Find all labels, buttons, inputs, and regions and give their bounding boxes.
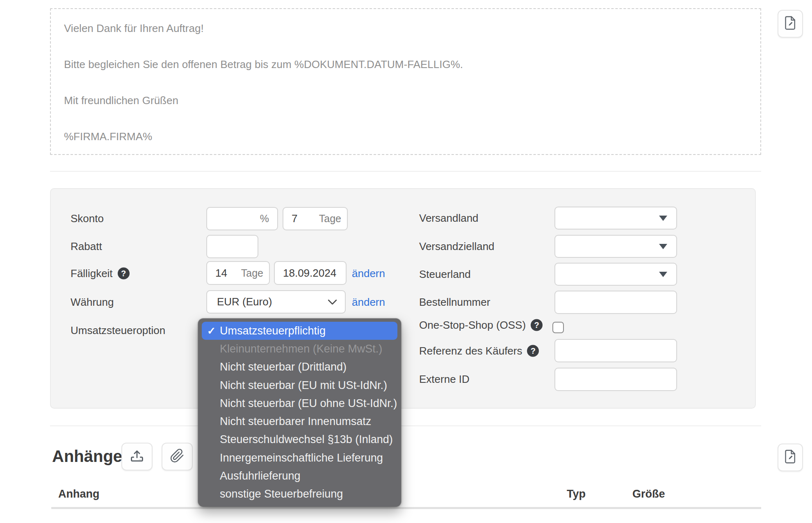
skonto-days-field[interactable]: Tage [283,207,348,230]
versandland-label: Versandland [419,212,479,225]
attachments-column-typ: Typ [567,488,586,500]
rabatt-input[interactable] [207,240,258,253]
dropdown-option-sonstige-steuerbefreiung[interactable]: sonstige Steuerbefreiung [198,485,401,503]
dropdown-option-innergemeinschaftliche-lieferung[interactable]: Innergemeinschaftliche Lieferung [198,449,401,467]
section-divider [50,425,761,426]
dropdown-option-nicht-steuerbar-eu-mit-ustidnr[interactable]: Nicht steuerbar (EU mit USt-IdNr.) [198,376,401,394]
oss-label: One-Stop-Shop (OSS) ? [419,319,543,332]
faelligkeit-change-link[interactable]: ändern [352,267,385,280]
attachments-table-divider [51,507,761,509]
referenz-field[interactable] [554,339,677,362]
triangle-down-icon [659,244,667,249]
dropdown-option-steuerschuldwechsel-13b[interactable]: Steuerschuldwechsel §13b (Inland) [198,431,401,449]
faelligkeit-days-field[interactable]: Tage [206,261,270,285]
section-divider [50,171,761,172]
dropdown-option-nicht-steuerbar-eu-ohne-ustidnr[interactable]: Nicht steuerbar (EU ohne USt-IdNr.) [198,394,401,412]
bestellnummer-label: Bestellnummer [419,296,490,309]
bestellnummer-field[interactable] [554,291,677,314]
umsatzsteueroption-label-text: Umsatzsteueroption [71,324,165,337]
attachments-title: Anhänge [52,447,122,466]
versandzielland-label-text: Versandzielland [419,240,495,253]
externe-id-input[interactable] [555,373,676,386]
edit-text-template-button[interactable] [778,10,803,38]
chevron-down-icon [327,299,338,305]
document-edit-icon [783,15,798,33]
versandzielland-label: Versandzielland [419,240,495,253]
dropdown-option-nicht-steuerbarer-innenumsatz[interactable]: Nicht steuerbarer Innenumsatz [198,412,401,430]
bestellnummer-input[interactable] [555,296,676,309]
email-message-textarea[interactable]: Vielen Dank für Ihren Auftrag! Bitte beg… [50,8,761,155]
faelligkeit-date-field[interactable] [274,261,347,285]
referenz-label: Referenz des Käufers ? [419,345,539,357]
message-line: Mit freundlichen Grüßen [64,95,748,106]
dropdown-option-label: Nicht steuerbar (Drittland) [220,361,347,373]
dropdown-option-label: Innergemeinschaftliche Lieferung [220,452,383,464]
message-line: Bitte begleichen Sie den offenen Betrag … [64,59,748,70]
waehrung-label: Währung [71,296,114,309]
faelligkeit-help-icon[interactable]: ? [118,268,130,280]
oss-help-icon[interactable]: ? [531,319,543,331]
referenz-label-text: Referenz des Käufers [419,345,522,357]
versandzielland-select[interactable] [554,235,677,258]
dropdown-option-label: Nicht steuerbarer Innenumsatz [220,415,371,428]
externe-id-label: Externe ID [419,373,470,386]
faelligkeit-days-input[interactable] [207,267,241,280]
attach-file-button[interactable] [162,443,193,471]
rabatt-field[interactable] [206,235,258,258]
umsatzsteueroption-dropdown-menu: ✓ Umsatzsteuerpflichtig Kleinunternehmen… [198,318,401,507]
rabatt-label-text: Rabatt [71,240,102,253]
dropdown-option-label: Nicht steuerbar (EU mit USt-IdNr.) [220,379,387,392]
dropdown-option-label: Ausfuhrlieferung [220,470,301,482]
skonto-percent-input[interactable] [207,212,260,225]
waehrung-select[interactable]: EUR (Euro) [206,290,346,314]
waehrung-change-link[interactable]: ändern [352,296,385,309]
triangle-down-icon [659,216,667,221]
waehrung-label-text: Währung [71,296,114,309]
edit-attachments-button[interactable] [778,443,803,471]
oss-checkbox[interactable] [552,322,564,333]
oss-label-text: One-Stop-Shop (OSS) [419,319,526,332]
dropdown-option-nicht-steuerbar-drittland[interactable]: Nicht steuerbar (Drittland) [198,358,401,376]
referenz-input[interactable] [555,344,676,357]
checkmark-icon: ✓ [207,325,216,337]
days-suffix: Tage [319,213,341,225]
faelligkeit-label-text: Fälligkeit [71,267,113,280]
invoice-edit-page: Vielen Dank für Ihren Auftrag! Bitte beg… [0,0,812,523]
dropdown-option-umsatzsteuerpflichtig[interactable]: ✓ Umsatzsteuerpflichtig [202,322,397,340]
referenz-help-icon[interactable]: ? [527,345,539,357]
dropdown-option-label: Nicht steuerbar (EU ohne USt-IdNr.) [220,397,397,410]
skonto-label: Skonto [71,212,104,225]
dropdown-option-label: sonstige Steuerbefreiung [220,488,343,500]
umsatzsteueroption-label: Umsatzsteueroption [71,324,165,337]
externe-id-field[interactable] [554,368,677,391]
document-edit-icon [783,448,798,466]
dropdown-option-ausfuhrlieferung[interactable]: Ausfuhrlieferung [198,467,401,485]
dropdown-option-label: Steuerschuldwechsel §13b (Inland) [220,433,393,446]
skonto-label-text: Skonto [71,212,104,225]
versandland-label-text: Versandland [419,212,479,225]
skonto-days-input[interactable] [283,212,319,225]
dropdown-option-label: Umsatzsteuerpflichtig [220,325,326,337]
triangle-down-icon [659,272,667,277]
externe-id-label-text: Externe ID [419,373,470,386]
upload-attachment-button[interactable] [121,443,153,471]
attachments-column-groesse: Größe [632,488,665,500]
dropdown-option-label: Kleinunternehmen (Keine MwSt.) [220,343,382,355]
dropdown-option-kleinunternehmen: Kleinunternehmen (Keine MwSt.) [198,340,401,358]
skonto-percent-field[interactable]: % [206,207,278,230]
faelligkeit-label: Fälligkeit ? [71,267,130,280]
percent-suffix: % [260,213,269,225]
steuerland-select[interactable] [554,263,677,286]
message-line: %FIRMA.FIRMA% [64,131,748,142]
steuerland-label-text: Steuerland [419,268,471,281]
steuerland-label: Steuerland [419,268,471,281]
versandland-select[interactable] [554,207,677,230]
waehrung-select-value: EUR (Euro) [207,296,272,308]
message-line: Vielen Dank für Ihren Auftrag! [64,23,748,34]
faelligkeit-date-input[interactable] [275,267,346,280]
days-suffix: Tage [241,267,263,279]
rabatt-label: Rabatt [71,240,102,253]
attachments-column-anhang: Anhang [58,488,100,500]
bestellnummer-label-text: Bestellnummer [419,296,490,309]
upload-icon [129,448,145,465]
